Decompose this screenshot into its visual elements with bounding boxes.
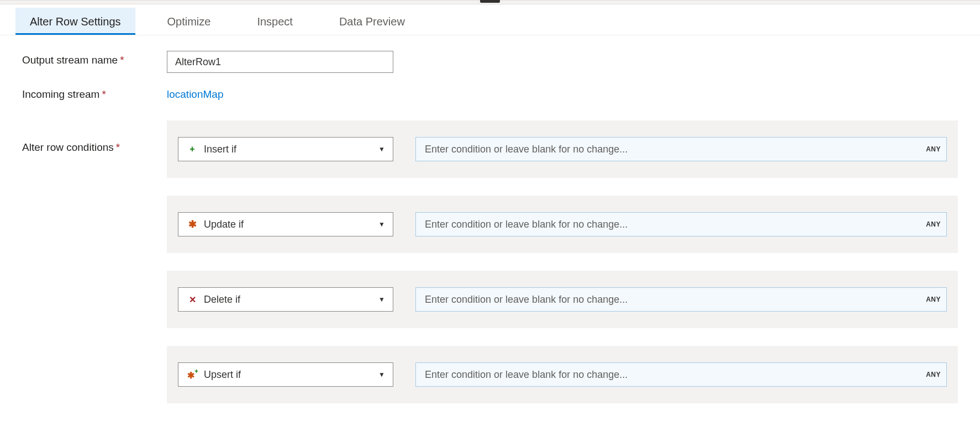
row-incoming-stream: Incoming stream* locationMap bbox=[22, 85, 958, 101]
row-output-stream: Output stream name* bbox=[22, 51, 958, 73]
condition-block-update: ✱ Update if ▼ Enter condition or leave b… bbox=[167, 196, 958, 253]
conditions-column: + Insert if ▼ Enter condition or leave b… bbox=[167, 120, 958, 403]
tab-alter-row-settings[interactable]: Alter Row Settings bbox=[15, 8, 135, 35]
condition-type-label: Upsert if bbox=[204, 369, 241, 381]
tab-bar: Alter Row Settings Optimize Inspect Data… bbox=[0, 4, 980, 35]
row-alter-conditions: Alter row conditions* + Insert if ▼ Ente… bbox=[22, 120, 958, 403]
datatype-tag: ANY bbox=[926, 220, 941, 228]
condition-block-delete: ✕ Delete if ▼ Enter condition or leave b… bbox=[167, 271, 958, 328]
label-incoming-stream: Incoming stream* bbox=[22, 85, 167, 101]
drag-grip[interactable] bbox=[480, 0, 500, 3]
output-stream-input[interactable] bbox=[167, 51, 393, 73]
condition-block-upsert: ✱+ Upsert if ▼ Enter condition or leave … bbox=[167, 346, 958, 403]
condition-type-label: Insert if bbox=[204, 144, 236, 155]
label-output-stream: Output stream name* bbox=[22, 51, 167, 66]
datatype-tag: ANY bbox=[926, 296, 941, 303]
asterisk-icon: ✱ bbox=[186, 219, 198, 229]
condition-type-dropdown[interactable]: ✱ Update if ▼ bbox=[178, 212, 393, 236]
chevron-down-icon: ▼ bbox=[378, 371, 385, 378]
placeholder-text: Enter condition or leave blank for no ch… bbox=[425, 369, 628, 381]
datatype-tag: ANY bbox=[926, 371, 941, 378]
x-icon: ✕ bbox=[186, 294, 198, 305]
condition-block-insert: + Insert if ▼ Enter condition or leave b… bbox=[167, 120, 958, 178]
condition-expression-input[interactable]: Enter condition or leave blank for no ch… bbox=[415, 362, 947, 387]
chevron-down-icon: ▼ bbox=[378, 145, 385, 153]
form-area: Output stream name* Incoming stream* loc… bbox=[0, 35, 980, 437]
condition-type-dropdown[interactable]: ✱+ Upsert if ▼ bbox=[178, 362, 393, 387]
tab-inspect[interactable]: Inspect bbox=[243, 8, 307, 35]
condition-expression-input[interactable]: Enter condition or leave blank for no ch… bbox=[415, 212, 947, 236]
incoming-stream-link[interactable]: locationMap bbox=[167, 85, 223, 101]
datatype-tag: ANY bbox=[926, 145, 941, 153]
upsert-icon: ✱+ bbox=[186, 370, 198, 380]
tab-optimize[interactable]: Optimize bbox=[153, 8, 225, 35]
condition-type-dropdown[interactable]: ✕ Delete if ▼ bbox=[178, 287, 393, 312]
required-icon: * bbox=[120, 54, 124, 66]
condition-expression-input[interactable]: Enter condition or leave blank for no ch… bbox=[415, 137, 947, 161]
chevron-down-icon: ▼ bbox=[378, 220, 385, 228]
required-icon: * bbox=[102, 88, 106, 100]
label-alter-conditions: Alter row conditions* bbox=[22, 120, 167, 154]
condition-type-dropdown[interactable]: + Insert if ▼ bbox=[178, 137, 393, 161]
placeholder-text: Enter condition or leave blank for no ch… bbox=[425, 294, 628, 306]
placeholder-text: Enter condition or leave blank for no ch… bbox=[425, 219, 628, 230]
required-icon: * bbox=[116, 141, 120, 153]
plus-icon: + bbox=[186, 144, 198, 154]
condition-expression-input[interactable]: Enter condition or leave blank for no ch… bbox=[415, 287, 947, 312]
condition-type-label: Update if bbox=[204, 219, 244, 230]
condition-type-label: Delete if bbox=[204, 294, 240, 306]
chevron-down-icon: ▼ bbox=[378, 296, 385, 303]
tab-data-preview[interactable]: Data Preview bbox=[325, 8, 419, 35]
panel-top-edge bbox=[0, 0, 980, 4]
placeholder-text: Enter condition or leave blank for no ch… bbox=[425, 144, 628, 155]
